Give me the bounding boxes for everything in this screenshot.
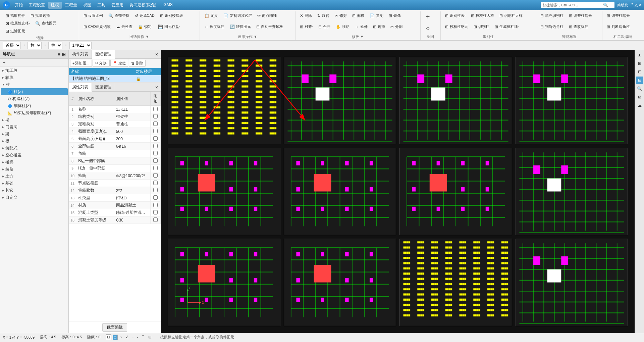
btn-auto-align[interactable]: ⊟自动平齐顶板 xyxy=(254,23,285,30)
minimize-icon[interactable]: △ xyxy=(635,3,638,7)
arc-icon[interactable]: ⌒ xyxy=(140,334,146,340)
tree-item-stair[interactable]: ▶ 楼梯 xyxy=(1,159,68,166)
tree-item-constraint[interactable]: 📐 约束边缘非阴影区(Z) xyxy=(1,109,68,116)
btn-lock[interactable]: 🔒锁定· xyxy=(136,23,155,30)
btn-two-point-axis[interactable]: ✏两点辅轴 xyxy=(255,12,279,19)
right-btn-5[interactable]: 🔍 xyxy=(636,85,643,92)
angle-icon[interactable]: ∠ xyxy=(124,335,130,340)
right-btn-7[interactable]: ☁ xyxy=(636,102,643,109)
cross-icon[interactable]: × xyxy=(119,335,123,340)
props-row-10[interactable]: 10 箍筋 ⊕8@100/200(2* xyxy=(69,172,161,180)
plus-icon[interactable]: ⊞ xyxy=(147,335,152,340)
btn-check-mark[interactable]: ⊞查改标注 xyxy=(567,23,591,30)
btn-copy[interactable]: 📄复制 xyxy=(367,12,386,19)
prop-checkbox-3[interactable] xyxy=(153,121,158,126)
prop-checkbox-13[interactable] xyxy=(153,195,158,200)
subtype-select[interactable]: 柱 xyxy=(48,42,62,49)
btn-judge-corner2[interactable]: ⊞判断边角柱 xyxy=(604,23,632,30)
right-btn-6[interactable]: ⊠ xyxy=(636,93,643,101)
props-row-12[interactable]: 12 箍筋胶数 2*2 xyxy=(69,187,161,194)
menu-quantity[interactable]: 工程量 xyxy=(62,2,80,9)
btn-fill-id-col[interactable]: ⊞填充识别柱 xyxy=(538,12,566,19)
nav-icon-list[interactable]: ≡ xyxy=(58,52,60,57)
right-btn-4[interactable]: ⊟ xyxy=(636,77,643,84)
cad-thumb-2[interactable] xyxy=(284,57,396,144)
btn-select2[interactable]: ⊞选择 xyxy=(371,23,387,30)
tree-item-masonry-col[interactable]: 🔷 砌体柱(Z) xyxy=(1,102,68,109)
tree-item-wall[interactable]: ▶ 墙 xyxy=(1,116,68,124)
menu-settings[interactable]: 工程设置 xyxy=(26,2,48,9)
btn-draw-plus[interactable]: + xyxy=(423,12,433,22)
prop-checkbox-9[interactable] xyxy=(153,166,158,170)
btn-check-col-elem[interactable]: ⊞校核柱钢元 xyxy=(443,23,471,30)
props-row-11[interactable]: 11 节点区箍筋 xyxy=(69,180,161,187)
btn-adj-col-head2[interactable]: ⊞调整柱端头 xyxy=(604,12,632,19)
btn-split-drawing[interactable]: ✂ 分割· xyxy=(93,60,110,67)
btn-copy-other-floor[interactable]: 📄复制到其它层 xyxy=(221,12,254,19)
btn-save-element[interactable]: 💾图元存盘· xyxy=(156,23,182,30)
cad-thumb-7[interactable] xyxy=(399,148,512,235)
btn-merge[interactable]: ⊞合并 xyxy=(316,23,333,30)
props-row-1[interactable]: 1 名称 1#KZ1 xyxy=(69,106,161,113)
element-select[interactable]: 1#KZ1 xyxy=(69,42,92,49)
tree-item-foundation[interactable]: ▶ 基础 xyxy=(1,180,68,187)
tab-props-list[interactable]: 属性列表 xyxy=(69,83,92,92)
props-row-9[interactable]: 9 H边一侧中部筋 xyxy=(69,165,161,172)
btn-delete[interactable]: ✕删除 xyxy=(298,12,314,19)
prop-checkbox-16[interactable] xyxy=(153,217,158,222)
nav-icon-grid[interactable]: ⊞ xyxy=(62,52,66,57)
cad-thumb-6[interactable] xyxy=(284,148,396,235)
btn-extend[interactable]: →延伸 xyxy=(353,23,370,30)
menu-build[interactable]: 建模 xyxy=(48,2,62,9)
question-icon[interactable]: ? xyxy=(631,3,633,7)
select-mode-icon[interactable]: □ xyxy=(113,335,118,340)
right-btn-2[interactable]: ⊞ xyxy=(636,60,643,67)
cad-thumb-9[interactable] xyxy=(168,239,280,326)
menu-cloud[interactable]: 云应用 xyxy=(109,2,126,9)
btn-filter[interactable]: ⊡过滤图元 xyxy=(3,28,28,35)
prop-checkbox-14[interactable] xyxy=(153,203,158,207)
props-row-2[interactable]: 2 结构类别 框架柱 xyxy=(69,113,161,120)
btn-align[interactable]: ⊞对齐· xyxy=(298,23,315,30)
btn-rotate[interactable]: ↻旋转 xyxy=(315,12,332,19)
btn-delete-drawing[interactable]: 🗑 删除 xyxy=(129,60,146,67)
prop-checkbox-7[interactable] xyxy=(153,151,158,155)
props-row-14[interactable]: 14 材质 商品混凝土 xyxy=(69,202,161,209)
close-icon[interactable]: × xyxy=(639,3,641,7)
search-box[interactable]: 🔍 xyxy=(541,2,614,8)
btn-split[interactable]: ✂分割 xyxy=(388,23,405,30)
props-close-btn[interactable]: × xyxy=(153,84,161,91)
floor-select[interactable]: 首层 xyxy=(3,42,21,49)
tree-item-phase[interactable]: ▶ 施工段 xyxy=(1,67,68,74)
prop-checkbox-1[interactable] xyxy=(153,107,158,111)
cad-thumb-4[interactable] xyxy=(516,57,628,144)
prop-checkbox-11[interactable] xyxy=(153,181,158,185)
props-row-7[interactable]: 7 角筋 xyxy=(69,150,161,157)
btn-offset[interactable]: ⊞偏移 xyxy=(350,12,367,19)
props-row-5[interactable]: 5 截面高度(H边)(... 200 xyxy=(69,135,161,143)
prop-checkbox-6[interactable] xyxy=(153,144,158,148)
cad-thumb-1[interactable] xyxy=(168,57,280,144)
btn-restore-cad[interactable]: ↺还原CAD xyxy=(132,12,157,19)
tree-item-custom[interactable]: ▶ 自定义 xyxy=(1,194,68,201)
btn-judge-corner[interactable]: ⊞判断边角柱 xyxy=(538,23,566,30)
tree-item-struct-col[interactable]: ⚙ 构造柱(Z) xyxy=(1,95,68,102)
btn-id-col-table[interactable]: ⊞识别柱表· xyxy=(443,12,468,19)
cad-thumb-10[interactable] xyxy=(284,239,396,326)
prop-checkbox-2[interactable] xyxy=(153,114,158,118)
drawing-list-row[interactable]: 【结施 结构施工图_t3 🔒 xyxy=(69,75,161,83)
btn-add-drawing[interactable]: + 添加图... xyxy=(70,60,92,67)
btn-mirror[interactable]: ⊞镜像 xyxy=(386,12,403,19)
help-btn[interactable]: 简助您 xyxy=(617,3,628,8)
menu-collab[interactable]: 协同建模(限免) xyxy=(127,2,159,9)
btn-floor-table[interactable]: ⊞识别楼层表 xyxy=(158,12,185,19)
tree-item-hollow[interactable]: ▶ 空心楼盖 xyxy=(1,152,68,159)
dot-icon[interactable]: · xyxy=(136,335,139,340)
props-row-15[interactable]: 15 混凝土类型 (特细砂塑性混... xyxy=(69,209,161,216)
tab-layer-mgmt[interactable]: 图层管理 xyxy=(92,83,115,91)
right-btn-1[interactable]: ▲ xyxy=(636,51,643,59)
type-select[interactable]: 柱 xyxy=(28,42,42,49)
tree-item-earth[interactable]: ▶ 土方 xyxy=(1,173,68,180)
cad-thumb-8[interactable] xyxy=(516,148,628,235)
btn-find-replace[interactable]: 🔍查找替换 xyxy=(106,12,132,19)
